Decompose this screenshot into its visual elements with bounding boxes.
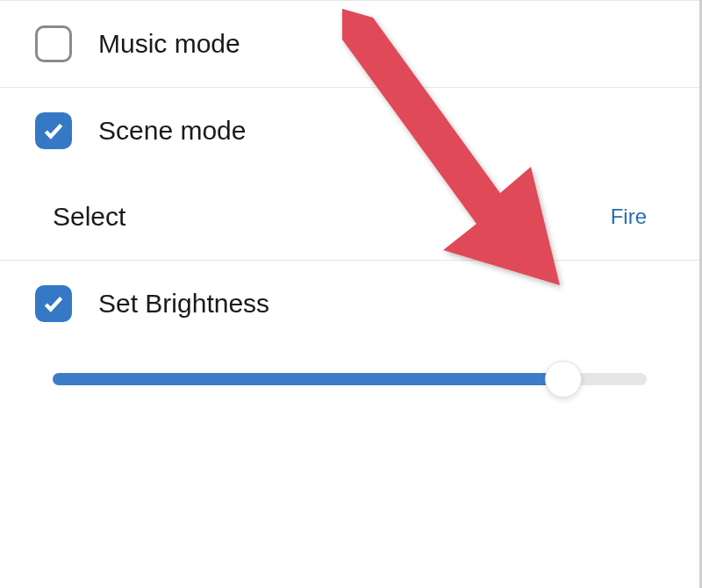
music-mode-row: Music mode xyxy=(0,1,699,87)
scene-mode-label: Scene mode xyxy=(98,116,246,146)
brightness-slider[interactable] xyxy=(53,373,647,385)
scene-mode-checkbox[interactable] xyxy=(35,112,72,149)
settings-panel: Music mode Scene mode Select Fire Set Br… xyxy=(0,0,702,588)
scene-select-value: Fire xyxy=(611,204,647,229)
scene-select-label: Select xyxy=(53,202,125,232)
brightness-slider-fill xyxy=(53,373,563,385)
brightness-slider-row xyxy=(0,347,699,403)
check-icon xyxy=(42,119,65,142)
music-mode-label: Music mode xyxy=(98,29,240,59)
scene-select-button[interactable]: Select Fire xyxy=(0,174,699,260)
scene-mode-row: Scene mode xyxy=(0,88,699,174)
brightness-label: Set Brightness xyxy=(98,289,269,319)
brightness-row: Set Brightness xyxy=(0,261,699,347)
check-icon xyxy=(42,292,65,315)
brightness-slider-thumb[interactable] xyxy=(545,361,582,398)
music-mode-checkbox[interactable] xyxy=(35,25,72,62)
brightness-checkbox[interactable] xyxy=(35,285,72,322)
